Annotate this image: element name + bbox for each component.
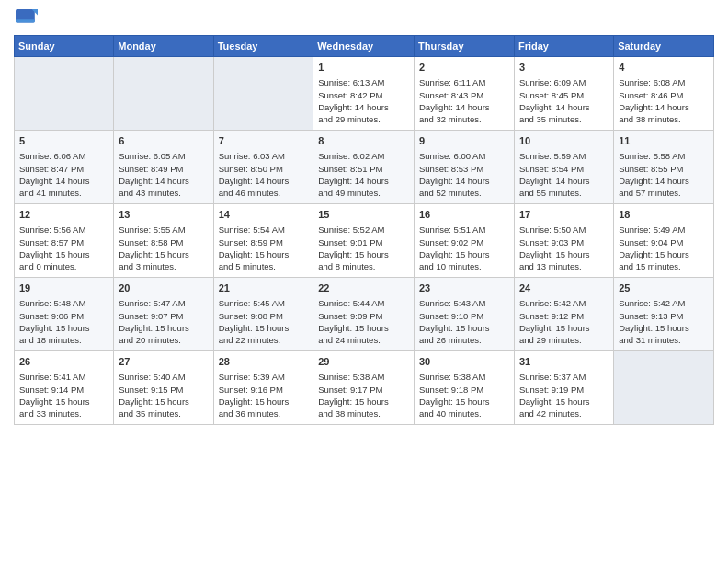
day-info: and 29 minutes. xyxy=(519,334,609,346)
day-cell: 12Sunrise: 5:56 AMSunset: 8:57 PMDayligh… xyxy=(15,204,114,278)
day-number: 30 xyxy=(419,355,509,369)
day-info: Sunset: 8:43 PM xyxy=(419,89,509,101)
day-info: and 15 minutes. xyxy=(619,260,709,272)
day-info: and 40 minutes. xyxy=(419,408,509,419)
day-info: and 32 minutes. xyxy=(419,113,509,125)
day-cell: 28Sunrise: 5:39 AMSunset: 9:16 PMDayligh… xyxy=(213,351,313,425)
day-info: Sunrise: 5:50 AM xyxy=(519,224,609,236)
day-info: Sunrise: 5:42 AM xyxy=(619,297,709,309)
day-info: Sunset: 9:03 PM xyxy=(519,236,609,248)
day-info: and 42 minutes. xyxy=(519,408,609,419)
day-cell: 1Sunrise: 6:13 AMSunset: 8:42 PMDaylight… xyxy=(313,57,415,131)
day-info: Sunrise: 5:58 AM xyxy=(619,150,709,162)
week-row-1: 1Sunrise: 6:13 AMSunset: 8:42 PMDaylight… xyxy=(15,57,714,131)
day-info: and 24 minutes. xyxy=(318,334,409,346)
header-cell-thursday: Thursday xyxy=(415,36,515,57)
day-info: and 26 minutes. xyxy=(419,334,509,346)
day-cell: 6Sunrise: 6:05 AMSunset: 8:49 PMDaylight… xyxy=(114,131,213,204)
day-number: 23 xyxy=(419,282,509,295)
day-number: 4 xyxy=(619,61,709,75)
day-cell: 4Sunrise: 6:08 AMSunset: 8:46 PMDaylight… xyxy=(614,57,714,131)
day-info: Sunset: 8:53 PM xyxy=(419,163,509,175)
day-number: 9 xyxy=(419,134,509,148)
day-number: 26 xyxy=(19,355,108,369)
svg-rect-2 xyxy=(16,19,35,22)
day-info: Sunset: 8:42 PM xyxy=(318,89,409,101)
day-info: Sunset: 9:08 PM xyxy=(219,310,309,322)
calendar-body: 1Sunrise: 6:13 AMSunset: 8:42 PMDaylight… xyxy=(15,57,714,425)
day-cell: 30Sunrise: 5:38 AMSunset: 9:18 PMDayligh… xyxy=(415,351,515,425)
day-info: Sunset: 8:59 PM xyxy=(219,236,309,248)
day-info: and 38 minutes. xyxy=(619,113,709,125)
day-number: 11 xyxy=(619,134,709,148)
day-info: and 3 minutes. xyxy=(119,260,208,272)
day-info: Daylight: 15 hours xyxy=(519,248,609,260)
day-info: Sunset: 9:16 PM xyxy=(219,384,309,396)
day-cell: 7Sunrise: 6:03 AMSunset: 8:50 PMDaylight… xyxy=(213,131,313,204)
day-cell: 11Sunrise: 5:58 AMSunset: 8:55 PMDayligh… xyxy=(614,131,714,204)
day-info: Sunset: 9:13 PM xyxy=(619,310,709,322)
day-info: Sunrise: 5:38 AM xyxy=(419,371,509,383)
day-info: and 41 minutes. xyxy=(19,187,108,199)
day-number: 28 xyxy=(219,355,309,369)
day-info: Sunrise: 6:11 AM xyxy=(419,76,509,88)
day-info: Sunset: 8:55 PM xyxy=(619,163,709,175)
day-cell: 18Sunrise: 5:49 AMSunset: 9:04 PMDayligh… xyxy=(614,204,714,278)
day-info: Sunrise: 6:13 AM xyxy=(318,76,409,88)
day-info: Sunrise: 5:39 AM xyxy=(219,371,309,383)
day-info: Sunrise: 5:47 AM xyxy=(119,297,208,309)
day-number: 2 xyxy=(419,61,509,75)
day-info: Sunrise: 6:00 AM xyxy=(419,150,509,162)
day-info: Daylight: 15 hours xyxy=(419,396,509,408)
day-info: Sunset: 9:18 PM xyxy=(419,384,509,396)
day-info: and 49 minutes. xyxy=(318,187,409,199)
day-info: and 10 minutes. xyxy=(419,260,509,272)
week-row-5: 26Sunrise: 5:41 AMSunset: 9:14 PMDayligh… xyxy=(15,351,714,425)
logo xyxy=(14,9,38,28)
week-row-3: 12Sunrise: 5:56 AMSunset: 8:57 PMDayligh… xyxy=(15,204,714,278)
day-info: Sunset: 9:09 PM xyxy=(318,310,409,322)
day-info: Daylight: 15 hours xyxy=(519,396,609,408)
day-cell: 15Sunrise: 5:52 AMSunset: 9:01 PMDayligh… xyxy=(313,204,415,278)
day-info: Daylight: 14 hours xyxy=(419,175,509,187)
day-info: Sunset: 9:01 PM xyxy=(318,236,409,248)
day-info: Daylight: 14 hours xyxy=(619,175,709,187)
day-info: Sunset: 9:04 PM xyxy=(619,236,709,248)
day-info: Sunset: 8:47 PM xyxy=(19,163,108,175)
day-info: Daylight: 15 hours xyxy=(318,322,409,334)
day-number: 14 xyxy=(219,208,309,222)
header-cell-tuesday: Tuesday xyxy=(213,36,313,57)
day-info: Sunrise: 6:05 AM xyxy=(119,150,208,162)
header-cell-saturday: Saturday xyxy=(614,36,714,57)
day-cell: 17Sunrise: 5:50 AMSunset: 9:03 PMDayligh… xyxy=(514,204,613,278)
day-cell xyxy=(114,57,213,131)
day-info: Daylight: 15 hours xyxy=(219,396,309,408)
day-info: Daylight: 15 hours xyxy=(419,322,509,334)
day-info: and 18 minutes. xyxy=(19,334,108,346)
day-info: Sunset: 8:50 PM xyxy=(219,163,309,175)
day-info: Sunset: 9:10 PM xyxy=(419,310,509,322)
day-info: Sunset: 8:49 PM xyxy=(119,163,208,175)
day-number: 25 xyxy=(619,282,709,295)
day-info: Sunrise: 5:52 AM xyxy=(318,224,409,236)
day-cell: 29Sunrise: 5:38 AMSunset: 9:17 PMDayligh… xyxy=(313,351,415,425)
day-info: and 55 minutes. xyxy=(519,187,609,199)
day-info: Daylight: 14 hours xyxy=(419,101,509,113)
day-cell: 21Sunrise: 5:45 AMSunset: 9:08 PMDayligh… xyxy=(213,278,313,351)
day-info: Daylight: 15 hours xyxy=(519,322,609,334)
day-info: Sunrise: 5:37 AM xyxy=(519,371,609,383)
day-number: 1 xyxy=(318,61,409,75)
day-info: and 38 minutes. xyxy=(318,408,409,419)
day-cell: 20Sunrise: 5:47 AMSunset: 9:07 PMDayligh… xyxy=(114,278,213,351)
day-info: Daylight: 14 hours xyxy=(219,175,309,187)
day-info: Sunrise: 5:55 AM xyxy=(119,224,208,236)
day-info: Sunrise: 5:48 AM xyxy=(19,297,108,309)
day-cell: 13Sunrise: 5:55 AMSunset: 8:58 PMDayligh… xyxy=(114,204,213,278)
day-info: and 13 minutes. xyxy=(519,260,609,272)
day-info: Daylight: 15 hours xyxy=(119,248,208,260)
day-info: Sunrise: 5:54 AM xyxy=(219,224,309,236)
day-cell xyxy=(213,57,313,131)
day-info: Daylight: 14 hours xyxy=(19,175,108,187)
day-info: Daylight: 15 hours xyxy=(219,322,309,334)
day-info: Daylight: 15 hours xyxy=(19,322,108,334)
